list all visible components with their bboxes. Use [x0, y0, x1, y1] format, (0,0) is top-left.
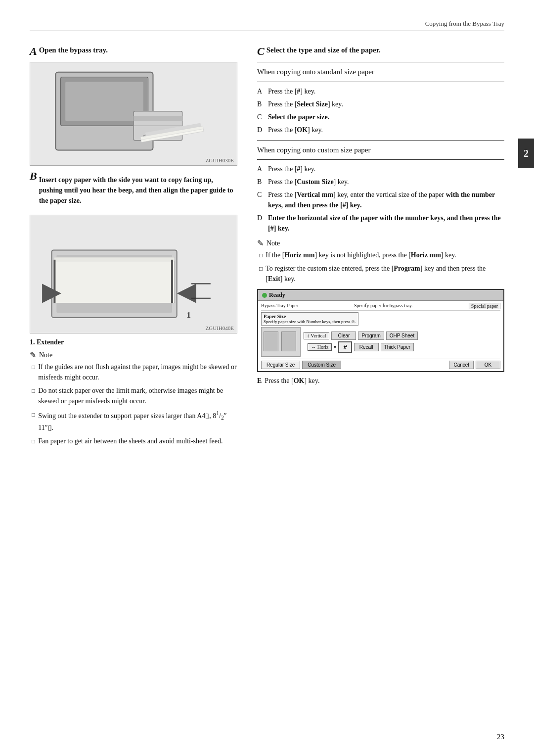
right-note-list: If the [Horiz mm] key is not highlighted… — [257, 250, 504, 284]
left-note-header: ✎ Note — [30, 350, 237, 360]
left-note-label: Note — [39, 351, 52, 359]
vertical-label: ↕ Vertical — [304, 332, 329, 339]
divider-2 — [257, 82, 504, 82]
chapter-tab: 2 — [518, 139, 534, 168]
printer-image-a — [41, 67, 226, 160]
svg-rect-17 — [53, 260, 55, 303]
ui-screenshot-box: Ready Bypass Tray Paper Specify paper fo… — [257, 289, 504, 372]
step-e-text: Press the [OK] key. — [265, 377, 319, 385]
step-b-letter: B — [30, 171, 37, 182]
page-header: Copying from the Bypass Tray — [30, 20, 504, 31]
custom-section-heading: When copying onto custom size paper — [257, 144, 504, 156]
step-a-title: Open the bypass tray. — [39, 46, 108, 54]
ohp-sheet-button[interactable]: OHP Sheet — [386, 331, 418, 340]
svg-rect-4 — [134, 116, 182, 121]
svg-text:1: 1 — [186, 310, 191, 320]
custom-size-button[interactable]: Custom Size — [302, 361, 341, 369]
step-a-image-code: ZGUIH030E — [206, 157, 234, 163]
special-paper-label: Special paper — [469, 303, 500, 309]
divider-1 — [257, 62, 504, 62]
step-b-label: B Insert copy paper with the side you wa… — [30, 171, 237, 210]
paper-size-label: Paper Size — [264, 314, 356, 319]
step-c-letter: C — [257, 46, 265, 57]
right-note-section: ✎ Note If the [Horiz mm] key is not high… — [257, 238, 504, 284]
ui-header: Ready — [258, 290, 503, 301]
svg-rect-12 — [54, 260, 174, 303]
horiz-label: ↔ Horiz — [308, 343, 332, 351]
step-a-letter: A — [30, 46, 37, 57]
left-note-item-1: If the guides are not flush against the … — [32, 362, 237, 382]
extender-label: 1. Extender — [30, 338, 237, 346]
specify-number-label: Specify paper size with Number keys, the… — [264, 319, 356, 324]
left-note-item-3: Swing out the extender to support paper … — [32, 409, 237, 433]
svg-marker-14 — [177, 284, 196, 303]
cancel-button[interactable]: Cancel — [449, 361, 474, 369]
step-b-image-code: ZGUIH040E — [206, 325, 234, 331]
page-container: Copying from the Bypass Tray 2 A Open th… — [0, 0, 534, 756]
clear-button[interactable]: Clear — [331, 331, 356, 340]
svg-rect-13 — [54, 257, 174, 261]
header-title: Copying from the Bypass Tray — [425, 20, 504, 28]
bypass-label: Bypass Tray Paper — [261, 303, 298, 309]
ready-dot — [262, 293, 267, 298]
left-note-section: ✎ Note If the guides are not flush again… — [30, 350, 237, 446]
standard-step-c: C Select the paper size. — [257, 112, 504, 122]
ready-label: Ready — [269, 291, 285, 299]
custom-step-c: C Press the [Vertical mm] key, enter the… — [257, 189, 504, 210]
chapter-number: 2 — [524, 148, 529, 159]
regular-size-button[interactable]: Regular Size — [261, 361, 300, 369]
ui-bottom-row: Regular Size Custom Size Cancel OK — [261, 359, 500, 369]
standard-steps-list: A Press the [#] key. B Press the [Select… — [257, 86, 504, 135]
step-c-heading: C Select the type and size of the paper. — [257, 46, 504, 57]
ui-body: Bypass Tray Paper Specify paper for bypa… — [258, 301, 503, 371]
ready-indicator: Ready — [262, 291, 285, 299]
page-number: 23 — [497, 733, 504, 741]
step-e-letter: E — [257, 377, 262, 385]
left-note-list: If the guides are not flush against the … — [30, 362, 237, 446]
left-column: A Open the bypass tray. — [30, 46, 237, 450]
svg-rect-2 — [65, 82, 143, 121]
note-icon-right: ✎ — [257, 238, 264, 248]
step-b-image: 1 ZGUIH040E — [30, 215, 237, 333]
right-column: C Select the type and size of the paper.… — [257, 46, 504, 450]
ok-button[interactable]: OK — [476, 361, 500, 369]
divider-4 — [257, 159, 504, 160]
program-button[interactable]: Program — [358, 331, 384, 340]
hash-button[interactable]: # — [338, 341, 352, 353]
standard-section-heading: When copying onto standard size paper — [257, 66, 504, 78]
custom-step-d: D Enter the horizontal size of the paper… — [257, 213, 504, 234]
divider-3 — [257, 140, 504, 141]
paper-feed-image: 1 — [41, 221, 226, 327]
two-column-layout: A Open the bypass tray. — [30, 46, 504, 450]
standard-step-a: A Press the [#] key. — [257, 86, 504, 96]
svg-rect-18 — [171, 260, 173, 303]
left-note-item-2: Do not stack paper over the limit mark, … — [32, 385, 237, 406]
standard-step-d: D Press the [OK] key. — [257, 125, 504, 135]
thick-paper-button[interactable]: Thick Paper — [381, 343, 414, 351]
right-note-label: Note — [267, 239, 280, 247]
right-note-item-1: If the [Horiz mm] key is not highlighted… — [259, 250, 504, 260]
step-a-image: ZGUIH030E — [30, 62, 237, 166]
right-note-header: ✎ Note — [257, 238, 504, 248]
custom-step-a: A Press the [#] key. — [257, 164, 504, 174]
standard-step-b: B Press the [Select Size] key. — [257, 99, 504, 109]
custom-steps-list: A Press the [#] key. B Press the [Custom… — [257, 164, 504, 234]
right-note-item-2: To register the custom size entered, pre… — [259, 263, 504, 284]
step-a-label: A Open the bypass tray. — [30, 46, 237, 57]
left-note-item-4: Fan paper to get air between the sheets … — [32, 436, 237, 446]
step-b-title: Insert copy paper with the side you want… — [39, 175, 237, 206]
step-e: E Press the [OK] key. — [257, 377, 504, 385]
custom-step-b: B Press the [Custom Size] key. — [257, 177, 504, 187]
recall-button[interactable]: Recall — [354, 343, 379, 351]
specify-label: Specify paper for bypass tray. — [354, 303, 413, 309]
note-icon-left: ✎ — [30, 350, 36, 360]
step-c-title: Select the type and size of the paper. — [267, 46, 381, 54]
